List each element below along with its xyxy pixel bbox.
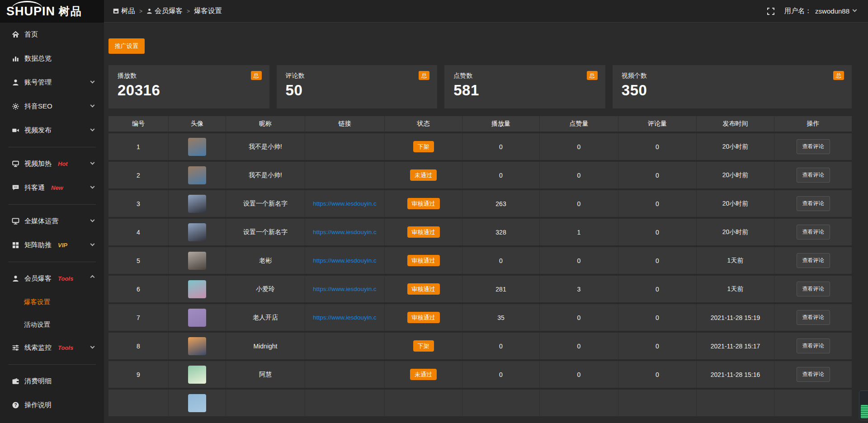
sidebar-item-douyin-seo[interactable]: 抖音SEO: [0, 94, 104, 118]
user-menu[interactable]: 用户名：zswodun88: [784, 7, 856, 15]
table-row: 6小爱玲https://www.iesdouyin.c审核通过281301天前查…: [108, 274, 852, 302]
cell-status: 审核通过: [385, 190, 462, 217]
user-icon: [12, 79, 19, 86]
sidebar-divider: [8, 204, 96, 205]
sidebar-item-video-heat[interactable]: 视频加热Hot: [0, 152, 104, 176]
cell-link: [305, 390, 385, 416]
sidebar-item-account[interactable]: 账号管理: [0, 70, 104, 94]
col-header-id: 编号: [108, 116, 169, 132]
status-badge[interactable]: 未通过: [410, 169, 437, 181]
cell-time: 20小时前: [697, 190, 774, 217]
promo-settings-button[interactable]: 推广设置: [108, 38, 145, 54]
logo-latin-text: SHUPIN: [6, 5, 55, 18]
fullscreen-icon[interactable]: [767, 8, 774, 15]
chevron-down-icon: [90, 79, 95, 84]
sidebar-item-label: 会员爆客: [24, 274, 52, 283]
avatar: [188, 309, 206, 327]
status-badge[interactable]: 审核通过: [407, 312, 440, 323]
cell-action: 查看评论: [774, 361, 852, 388]
sidebar-item-matrix-boost[interactable]: 矩阵助推VIP: [0, 233, 104, 257]
status-badge[interactable]: 审核通过: [407, 198, 440, 209]
status-badge[interactable]: 审核通过: [407, 283, 440, 295]
cell-avatar: [169, 276, 226, 302]
grid-icon: [12, 241, 19, 249]
cell-avatar: [169, 133, 226, 160]
cell-comments: 0: [618, 190, 697, 217]
cell-avatar: [169, 304, 226, 331]
sidebar-item-spend-detail[interactable]: 消费明细: [0, 369, 104, 393]
status-badge[interactable]: 未通过: [410, 369, 437, 380]
video-link[interactable]: https://www.iesdouyin.c: [313, 229, 376, 235]
sidebar-nav: 首页数据总览账号管理抖音SEO视频发布视频加热Hot抖客通New全媒体运营矩阵助…: [0, 23, 104, 417]
breadcrumb-item-member[interactable]: 会员爆客: [146, 6, 183, 16]
video-link[interactable]: https://www.iesdouyin.c: [313, 200, 376, 207]
sidebar: SHUPIN 树品 首页数据总览账号管理抖音SEO视频发布视频加热Hot抖客通N…: [0, 0, 104, 423]
view-comments-button[interactable]: 查看评论: [797, 196, 830, 211]
status-badge[interactable]: 下架: [413, 340, 434, 352]
cell-id: 4: [108, 219, 169, 245]
sidebar-item-label: 视频发布: [24, 126, 52, 135]
cell-status: 审核通过: [385, 276, 462, 302]
total-badge: 总: [587, 71, 598, 80]
floating-widget-bars: [861, 405, 868, 418]
video-link[interactable]: https://www.iesdouyin.c: [313, 257, 376, 264]
stat-card-comments: 评论数总50: [277, 65, 438, 108]
cell-time: 2021-11-28 15:16: [697, 361, 774, 388]
view-comments-button[interactable]: 查看评论: [797, 253, 830, 268]
status-badge[interactable]: 下架: [413, 141, 434, 152]
sidebar-divider: [8, 262, 96, 262]
sidebar-item-tag: Tools: [58, 275, 73, 282]
floating-widget[interactable]: [859, 390, 868, 420]
sidebar-item-video-publish[interactable]: 视频发布: [0, 118, 104, 142]
video-link[interactable]: https://www.iesdouyin.c: [313, 286, 376, 292]
sidebar-item-doukstong[interactable]: 抖客通New: [0, 176, 104, 200]
view-comments-button[interactable]: 查看评论: [797, 338, 830, 353]
sidebar-item-label: 抖客通: [24, 183, 45, 192]
view-comments-button[interactable]: 查看评论: [797, 168, 830, 183]
table-row: 1我不是小帅!下架00020小时前查看评论: [108, 132, 852, 160]
app-logo[interactable]: SHUPIN 树品: [0, 0, 104, 23]
sidebar-item-data-overview[interactable]: 数据总览: [0, 47, 104, 70]
logo-cn-text: 树品: [59, 4, 82, 19]
cell-plays: 263: [462, 190, 540, 217]
avatar: [188, 394, 206, 412]
breadcrumb-item-shupin[interactable]: 树品: [113, 6, 135, 16]
sidebar-item-member-baoke[interactable]: 会员爆客Tools: [0, 267, 104, 291]
sidebar-item-home[interactable]: 首页: [0, 23, 104, 47]
sidebar-item-all-media[interactable]: 全媒体运营: [0, 209, 104, 233]
breadcrumb-separator: >: [187, 8, 190, 14]
sidebar-item-tag: Tools: [58, 344, 73, 351]
cell-plays: 0: [462, 247, 540, 274]
cell-comments: 0: [618, 304, 697, 331]
view-comments-button[interactable]: 查看评论: [797, 139, 830, 154]
username-prefix: 用户名：: [784, 7, 811, 15]
status-badge[interactable]: 审核通过: [407, 255, 440, 266]
stat-card-videos: 视频个数总350: [613, 65, 852, 108]
cell-id: 9: [108, 361, 169, 388]
cell-plays: 281: [462, 276, 540, 302]
chevron-down-icon: [90, 103, 95, 108]
cell-plays: 0: [462, 333, 540, 359]
cell-time: 2021-11-28 15:17: [697, 333, 774, 359]
view-comments-button[interactable]: 查看评论: [797, 367, 830, 382]
view-comments-button[interactable]: 查看评论: [797, 225, 830, 240]
cell-id: [108, 390, 169, 416]
sidebar-item-label: 消费明细: [24, 377, 52, 385]
cell-comments: 0: [618, 219, 697, 245]
sidebar-subitem-baoke-settings[interactable]: 爆客设置: [0, 291, 104, 313]
sidebar-item-clue-monitor[interactable]: 线索监控Tools: [0, 336, 104, 360]
sidebar-subitem-activity-settings[interactable]: 活动设置: [0, 313, 104, 336]
sidebar-item-label: 数据总览: [24, 54, 52, 63]
breadcrumb-item-current[interactable]: 爆客设置: [194, 6, 222, 16]
cell-time: [697, 390, 774, 416]
cell-plays: 0: [462, 162, 540, 188]
status-badge[interactable]: 审核通过: [407, 226, 440, 238]
view-comments-button[interactable]: 查看评论: [797, 310, 830, 325]
cell-status: 下架: [385, 133, 462, 160]
videos-table: 编号头像昵称链接状态播放量点赞量评论量发布时间操作1我不是小帅!下架00020小…: [108, 116, 852, 416]
video-link[interactable]: https://www.iesdouyin.c: [313, 314, 376, 321]
sidebar-item-help[interactable]: ?操作说明: [0, 393, 104, 417]
cell-status: 未通过: [385, 162, 462, 188]
table-row: 4设置一个新名字https://www.iesdouyin.c审核通过32810…: [108, 217, 852, 245]
view-comments-button[interactable]: 查看评论: [797, 282, 830, 296]
